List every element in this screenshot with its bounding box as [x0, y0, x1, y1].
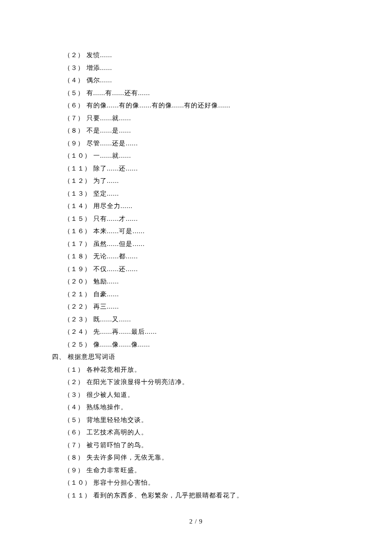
- item-number: （１）: [64, 366, 84, 373]
- list-item: （７） 只要......就......: [64, 112, 341, 125]
- item-text: 勉励......: [93, 278, 119, 285]
- item-number: （１９）: [64, 266, 91, 272]
- item-text: 坚定......: [93, 190, 119, 197]
- item-text: 不是......是......: [86, 127, 131, 134]
- item-text: 很少被人知道。: [86, 391, 134, 398]
- list-item: （４） 熟练地操作。: [64, 401, 341, 414]
- item-text: 生命力非常旺盛。: [86, 467, 141, 474]
- item-number: （１０）: [64, 479, 91, 486]
- item-number: （７）: [64, 442, 84, 448]
- item-number: （２２）: [64, 303, 91, 310]
- item-number: （４）: [64, 77, 84, 84]
- item-text: 在阳光下波浪显得十分明亮洁净。: [86, 379, 189, 385]
- item-text: 有的像......有的像......有的像......有的还好像......: [86, 102, 231, 109]
- item-number: （６）: [64, 429, 84, 436]
- item-text: 虽然......但是......: [93, 240, 145, 247]
- item-text: 像......像......像......: [93, 341, 150, 348]
- item-text: 工艺技术高明的人。: [86, 429, 148, 436]
- list-item: （１） 各种花竞相开放。: [64, 364, 341, 376]
- list-item: （１６） 本来......可是......: [64, 225, 341, 238]
- item-number: （１５）: [64, 215, 91, 222]
- list-item: （２２） 再三......: [64, 301, 341, 313]
- section-1-list: （２） 发愤...... （３） 增添...... （４） 偶尔...... （…: [64, 49, 341, 351]
- list-item: （３） 很少被人知道。: [64, 389, 341, 402]
- item-number: （１７）: [64, 240, 91, 247]
- item-text: 看到的东西多、色彩繁杂，几乎把眼睛都看花了。: [93, 492, 243, 499]
- item-text: 再三......: [93, 303, 119, 310]
- item-text: 用尽全力......: [93, 202, 133, 209]
- item-number: （２１）: [64, 291, 91, 298]
- item-number: （１３）: [64, 190, 91, 197]
- item-number: （８）: [64, 127, 84, 134]
- list-item: （２５） 像......像......像......: [64, 338, 341, 351]
- list-item: （１０） 形容十分担心害怕。: [64, 477, 341, 489]
- item-text: 自豪......: [93, 291, 119, 298]
- item-text: 不仅......还......: [93, 266, 138, 272]
- item-number: （６）: [64, 102, 84, 109]
- list-item: （９） 尽管......还是......: [64, 137, 341, 150]
- item-text: 失去许多同伴，无依无靠。: [86, 454, 168, 461]
- item-number: （１４）: [64, 202, 91, 209]
- list-item: （１１） 除了......还......: [64, 162, 341, 175]
- list-item: （５） 背地里轻轻地交谈。: [64, 414, 341, 427]
- item-text: 既......又......: [93, 316, 131, 323]
- list-item: （２） 在阳光下波浪显得十分明亮洁净。: [64, 376, 341, 389]
- list-item: （２３） 既......又......: [64, 313, 341, 326]
- list-item: （２４） 先......再......最后......: [64, 326, 341, 338]
- item-number: （４）: [64, 404, 84, 410]
- item-text: 一......就......: [93, 152, 131, 159]
- item-number: （１１）: [64, 165, 91, 172]
- list-item: （２） 发愤......: [64, 49, 341, 62]
- item-number: （３）: [64, 64, 84, 71]
- item-number: （１０）: [64, 152, 91, 159]
- item-text: 偶尔......: [86, 77, 112, 84]
- item-text: 熟练地操作。: [86, 404, 127, 410]
- item-text: 形容十分担心害怕。: [93, 479, 155, 486]
- item-number: （２４）: [64, 328, 91, 335]
- item-number: （１１）: [64, 492, 91, 499]
- list-item: （４） 偶尔......: [64, 74, 341, 87]
- item-number: （９）: [64, 467, 84, 474]
- page-number: 2 / 9: [0, 518, 392, 525]
- item-number: （２）: [64, 52, 84, 58]
- list-item: （２０） 勉励......: [64, 275, 341, 288]
- item-text: 除了......还......: [93, 165, 138, 172]
- document-page: （２） 发愤...... （３） 增添...... （４） 偶尔...... （…: [0, 0, 392, 555]
- item-number: （２３）: [64, 316, 91, 323]
- section-heading: 四、 根据意思写词语: [52, 351, 341, 364]
- item-text: 背地里轻轻地交谈。: [86, 416, 148, 423]
- list-item: （２１） 自豪......: [64, 288, 341, 301]
- item-text: 只有......才......: [93, 215, 138, 222]
- list-item: （８） 不是......是......: [64, 124, 341, 137]
- list-item: （６） 工艺技术高明的人。: [64, 426, 341, 439]
- item-text: 有......有......还有......: [86, 90, 150, 96]
- list-item: （１５） 只有......才......: [64, 213, 341, 225]
- list-item: （７） 被弓箭吓怕了的鸟。: [64, 439, 341, 452]
- list-item: （１８） 无论......都......: [64, 250, 341, 263]
- item-number: （１８）: [64, 253, 91, 260]
- item-text: 为了......: [93, 177, 119, 184]
- list-item: （１９） 不仅......还......: [64, 263, 341, 276]
- item-number: （２）: [64, 379, 84, 385]
- section-2-list: （１） 各种花竞相开放。 （２） 在阳光下波浪显得十分明亮洁净。 （３） 很少被…: [64, 364, 341, 502]
- item-text: 增添......: [86, 64, 112, 71]
- item-number: （１２）: [64, 177, 91, 184]
- item-number: （８）: [64, 454, 84, 461]
- list-item: （５） 有......有......还有......: [64, 87, 341, 100]
- list-item: （１４） 用尽全力......: [64, 200, 341, 213]
- list-item: （３） 增添......: [64, 62, 341, 75]
- item-text: 发愤......: [86, 52, 112, 58]
- list-item: （１３） 坚定......: [64, 188, 341, 200]
- item-text: 本来......可是......: [93, 228, 145, 234]
- list-item: （８） 失去许多同伴，无依无靠。: [64, 451, 341, 464]
- list-item: （９） 生命力非常旺盛。: [64, 464, 341, 477]
- item-number: （３）: [64, 391, 84, 398]
- item-number: （５）: [64, 416, 84, 423]
- item-number: （７）: [64, 115, 84, 121]
- item-text: 先......再......最后......: [93, 328, 157, 335]
- item-number: （９）: [64, 140, 84, 147]
- item-text: 只要......就......: [86, 115, 131, 121]
- list-item: （１２） 为了......: [64, 175, 341, 188]
- item-number: （２０）: [64, 278, 91, 285]
- item-text: 尽管......还是......: [86, 140, 138, 147]
